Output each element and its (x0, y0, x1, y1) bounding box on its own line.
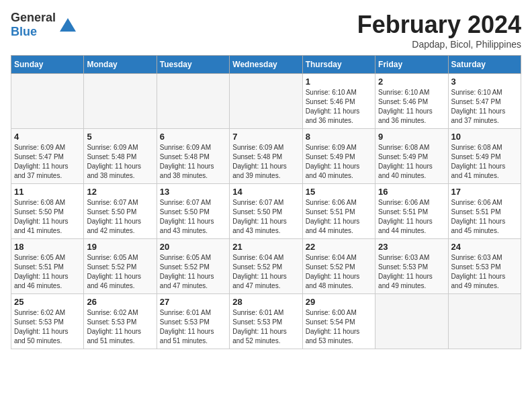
sunset-text: Sunset: 5:50 PM (232, 208, 282, 216)
sunset-text: Sunset: 5:53 PM (87, 318, 136, 326)
logo-icon (60, 18, 76, 32)
sunset-text: Sunset: 5:52 PM (87, 263, 136, 271)
day-number: 24 (451, 242, 518, 252)
calendar-cell: 29Sunrise: 6:00 AMSunset: 5:54 PMDayligh… (302, 294, 375, 349)
weekday-header-sunday: Sunday (11, 56, 84, 74)
calendar-cell: 8Sunrise: 6:09 AMSunset: 5:49 PMDaylight… (302, 129, 375, 184)
weekday-header-saturday: Saturday (448, 56, 521, 74)
calendar-cell: 17Sunrise: 6:06 AMSunset: 5:51 PMDayligh… (448, 184, 521, 239)
sunrise-text: Sunrise: 6:02 AM (14, 309, 65, 316)
sunset-text: Sunset: 5:50 PM (160, 208, 210, 216)
logo-text: General Blue (11, 11, 56, 39)
daylight-hours: Daylight: 11 hours (378, 218, 433, 225)
sunrise-text: Sunrise: 6:05 AM (87, 254, 138, 261)
sunrise-text: Sunrise: 6:07 AM (87, 199, 138, 206)
day-info: Sunrise: 6:04 AMSunset: 5:52 PMDaylight:… (232, 253, 299, 291)
calendar-cell: 15Sunrise: 6:06 AMSunset: 5:51 PMDayligh… (302, 184, 375, 239)
calendar-cell: 27Sunrise: 6:01 AMSunset: 5:53 PMDayligh… (157, 294, 229, 349)
sunset-text: and 51 minutes. (160, 337, 208, 345)
calendar-cell (11, 74, 84, 129)
sunset-text: Sunset: 5:50 PM (87, 208, 136, 216)
sunrise-text: Sunrise: 6:09 AM (306, 144, 357, 151)
sunrise-text: Sunrise: 6:01 AM (160, 309, 211, 316)
day-info: Sunrise: 6:05 AMSunset: 5:52 PMDaylight:… (87, 253, 153, 291)
day-number: 18 (14, 242, 81, 252)
daylight-hours: Daylight: 11 hours (451, 273, 506, 280)
daylight-hours: Daylight: 11 hours (451, 163, 506, 170)
month-title: February 2024 (357, 11, 521, 39)
day-number: 22 (306, 242, 372, 252)
calendar-cell: 21Sunrise: 6:04 AMSunset: 5:52 PMDayligh… (230, 239, 302, 294)
calendar-cell (448, 294, 521, 349)
calendar-cell (375, 294, 448, 349)
sunrise-text: Sunrise: 6:08 AM (378, 144, 429, 151)
sunset-text: Sunset: 5:49 PM (306, 153, 355, 161)
sunset-text: Sunset: 5:47 PM (14, 153, 64, 161)
day-info: Sunrise: 6:08 AMSunset: 5:49 PMDaylight:… (451, 143, 518, 181)
day-number: 9 (378, 132, 445, 142)
sunset-text: and 48 minutes. (306, 282, 353, 289)
day-info: Sunrise: 6:09 AMSunset: 5:47 PMDaylight:… (14, 143, 81, 181)
daylight-hours: Daylight: 11 hours (378, 163, 433, 170)
sunset-text: and 43 minutes. (232, 227, 280, 234)
weekday-header-row: SundayMondayTuesdayWednesdayThursdayFrid… (11, 56, 521, 74)
daylight-hours: Daylight: 11 hours (14, 273, 69, 280)
sunrise-text: Sunrise: 6:09 AM (14, 144, 65, 151)
calendar-table: SundayMondayTuesdayWednesdayThursdayFrid… (11, 55, 521, 349)
calendar-cell: 2Sunrise: 6:10 AMSunset: 5:46 PMDaylight… (375, 74, 448, 129)
sunset-text: and 36 minutes. (306, 117, 353, 124)
sunrise-text: Sunrise: 6:07 AM (160, 199, 211, 206)
daylight-hours: Daylight: 11 hours (232, 328, 287, 335)
sunset-text: and 42 minutes. (87, 227, 134, 234)
daylight-hours: Daylight: 11 hours (87, 218, 141, 225)
sunset-text: and 51 minutes. (87, 337, 134, 345)
daylight-hours: Daylight: 11 hours (14, 163, 69, 170)
sunset-text: Sunset: 5:53 PM (451, 263, 501, 271)
day-info: Sunrise: 6:03 AMSunset: 5:53 PMDaylight:… (378, 253, 445, 291)
day-number: 20 (160, 242, 226, 252)
sunset-text: Sunset: 5:51 PM (14, 263, 64, 271)
sunset-text: and 45 minutes. (451, 227, 499, 234)
calendar-cell: 23Sunrise: 6:03 AMSunset: 5:53 PMDayligh… (375, 239, 448, 294)
sunset-text: Sunset: 5:52 PM (160, 263, 210, 271)
day-info: Sunrise: 6:09 AMSunset: 5:48 PMDaylight:… (160, 143, 226, 181)
calendar-cell: 22Sunrise: 6:04 AMSunset: 5:52 PMDayligh… (302, 239, 375, 294)
weekday-header-friday: Friday (375, 56, 448, 74)
title-area: February 2024 Dapdap, Bicol, Philippines (357, 11, 521, 50)
sunrise-text: Sunrise: 6:00 AM (306, 309, 357, 316)
sunrise-text: Sunrise: 6:08 AM (14, 199, 65, 206)
logo-general: General (11, 11, 56, 24)
day-number: 17 (451, 187, 518, 197)
day-info: Sunrise: 6:06 AMSunset: 5:51 PMDaylight:… (451, 198, 518, 236)
sunrise-text: Sunrise: 6:04 AM (232, 254, 283, 261)
day-number: 28 (232, 297, 299, 307)
svg-marker-0 (60, 18, 76, 32)
day-info: Sunrise: 6:09 AMSunset: 5:48 PMDaylight:… (232, 143, 299, 181)
day-info: Sunrise: 6:02 AMSunset: 5:53 PMDaylight:… (87, 308, 153, 346)
sunrise-text: Sunrise: 6:10 AM (378, 89, 429, 96)
sunset-text: and 49 minutes. (451, 282, 499, 289)
sunrise-text: Sunrise: 6:06 AM (451, 199, 502, 206)
day-info: Sunrise: 6:07 AMSunset: 5:50 PMDaylight:… (160, 198, 226, 236)
sunset-text: Sunset: 5:46 PM (378, 98, 428, 105)
sunset-text: Sunset: 5:53 PM (378, 263, 428, 271)
sunset-text: and 50 minutes. (14, 337, 62, 345)
sunset-text: and 46 minutes. (14, 282, 62, 289)
day-info: Sunrise: 6:05 AMSunset: 5:51 PMDaylight:… (14, 253, 81, 291)
calendar-cell: 24Sunrise: 6:03 AMSunset: 5:53 PMDayligh… (448, 239, 521, 294)
day-info: Sunrise: 6:03 AMSunset: 5:53 PMDaylight:… (451, 253, 518, 291)
location-title: Dapdap, Bicol, Philippines (357, 39, 521, 50)
daylight-hours: Daylight: 11 hours (306, 273, 360, 280)
calendar-cell: 18Sunrise: 6:05 AMSunset: 5:51 PMDayligh… (11, 239, 84, 294)
sunset-text: and 36 minutes. (378, 117, 426, 124)
daylight-hours: Daylight: 11 hours (160, 328, 214, 335)
sunset-text: and 47 minutes. (160, 282, 208, 289)
day-number: 5 (87, 132, 153, 142)
daylight-hours: Daylight: 11 hours (306, 163, 360, 170)
day-info: Sunrise: 6:04 AMSunset: 5:52 PMDaylight:… (306, 253, 372, 291)
day-number: 4 (14, 132, 81, 142)
day-number: 26 (87, 297, 153, 307)
calendar-week-row: 18Sunrise: 6:05 AMSunset: 5:51 PMDayligh… (11, 239, 521, 294)
calendar-cell: 5Sunrise: 6:09 AMSunset: 5:48 PMDaylight… (84, 129, 157, 184)
daylight-hours: Daylight: 11 hours (232, 273, 287, 280)
